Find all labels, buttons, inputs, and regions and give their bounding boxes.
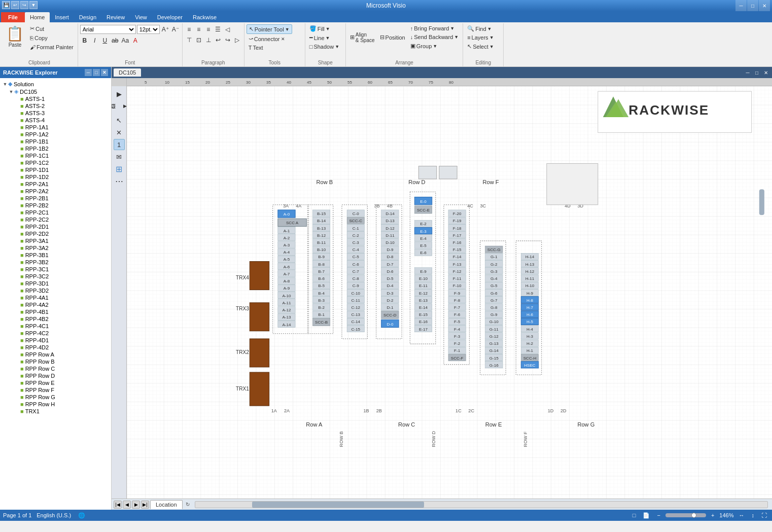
page-prev-btn[interactable]: ◀	[123, 501, 131, 509]
tab-rackwise[interactable]: Rackwise	[188, 12, 222, 22]
tree-item-rpp-1a2[interactable]: ■ RPP-1A2	[0, 131, 111, 138]
tab-insert[interactable]: Insert	[50, 12, 74, 22]
align-space-button[interactable]: ⊞ Align& Space	[348, 24, 377, 50]
canvas-minimize-btn[interactable]: ─	[744, 68, 752, 77]
send-backward-button[interactable]: ↓ Send Backward ▼	[408, 33, 461, 41]
tab-developer[interactable]: Developer	[152, 12, 188, 22]
tree-item-rpp-2d1[interactable]: ■ RPP-2D1	[0, 223, 111, 230]
tree-item-rpp-row-c[interactable]: ■ RPP Row C	[0, 365, 111, 372]
tab-review[interactable]: Review	[101, 12, 130, 22]
expand-tool-btn[interactable]: ▶	[114, 88, 125, 99]
diagram-content[interactable]: RACKWISE Row B Row D Row F Row H Row A R…	[127, 86, 772, 499]
font-color-btn[interactable]: A	[131, 36, 140, 45]
tree-item-rpp-1d1[interactable]: ■ RPP-1D1	[0, 166, 111, 173]
bold-btn[interactable]: B	[80, 36, 89, 45]
tree-item-dc105[interactable]: ▼ ◈ DC105	[0, 88, 111, 95]
page-refresh-btn[interactable]: ↻	[184, 501, 192, 509]
quick-more-btn[interactable]: ▼	[29, 1, 38, 9]
tab-design[interactable]: Design	[74, 12, 101, 22]
window-controls[interactable]: ─ □ ✕	[735, 0, 770, 11]
pointer-tool-button[interactable]: ↖ Pointer Tool ▼	[247, 24, 292, 34]
tree-item-rpp-2d2[interactable]: ■ RPP-2D2	[0, 230, 111, 237]
tree-item-solution[interactable]: ▼ ◆ Solution	[0, 80, 111, 88]
ltr-btn[interactable]: ↪	[223, 36, 232, 45]
quick-redo-btn[interactable]: ↪	[20, 1, 28, 9]
status-lang-btn[interactable]: 🌐	[76, 512, 87, 519]
tree-item-rpp-2a1[interactable]: ■ RPP-2A1	[0, 181, 111, 188]
align-left-btn[interactable]: ≡	[185, 25, 194, 34]
tree-item-rpp-4d1[interactable]: ■ RPP-4D1	[0, 337, 111, 344]
tree-item-rpp-3c2[interactable]: ■ RPP-3C2	[0, 273, 111, 280]
italic-btn[interactable]: I	[90, 36, 99, 45]
panel-restore-btn[interactable]: □	[93, 69, 100, 76]
tree-item-rpp-4a2[interactable]: ■ RPP-4A2	[0, 301, 111, 308]
shadow-button[interactable]: □ Shadow ▼	[307, 43, 341, 51]
tree-item-rpp-row-h[interactable]: ■ RPP Row H	[0, 401, 111, 408]
tree-item-rpp-2c1[interactable]: ■ RPP-2C1	[0, 209, 111, 216]
canvas-restore-btn[interactable]: □	[753, 68, 761, 77]
dotted-tool-btn[interactable]: ⋯	[114, 175, 125, 187]
cut-button[interactable]: ✂ Cut	[28, 24, 76, 33]
indent-btn[interactable]: ▷	[233, 36, 242, 45]
number1-tool-btn[interactable]: 1	[114, 139, 125, 150]
canvas-close-btn[interactable]: ✕	[762, 68, 770, 77]
tree-area[interactable]: ▼ ◆ Solution ▼ ◈ DC105 ■ ASTS-1 ■ ASTS-2…	[0, 78, 111, 510]
layers-button[interactable]: ≡ Layers ▼	[465, 33, 496, 42]
tab-file[interactable]: File	[1, 12, 25, 22]
tree-item-rpp-row-f[interactable]: ■ RPP Row F	[0, 386, 111, 394]
grid-tool-btn[interactable]: ⊞	[114, 163, 125, 174]
canvas-tab-controls[interactable]: ─ □ ✕	[744, 68, 770, 77]
bullet-list-btn[interactable]: ☰	[214, 25, 223, 34]
quick-save-btn[interactable]: 💾	[2, 1, 10, 9]
tree-item-rpp-3a1[interactable]: ■ RPP-3A1	[0, 237, 111, 244]
tree-item-rpp-4b1[interactable]: ■ RPP-4B1	[0, 308, 111, 315]
tree-item-rpp-3c1[interactable]: ■ RPP-3C1	[0, 266, 111, 273]
fit-height-btn[interactable]: ↕	[750, 512, 757, 519]
paste-button[interactable]: 📋 Paste	[3, 24, 27, 49]
close-btn[interactable]: ✕	[759, 0, 770, 11]
tree-item-rpp-row-g[interactable]: ■ RPP Row G	[0, 394, 111, 401]
copy-button[interactable]: ⎘ Copy	[28, 34, 76, 42]
pointer-tool-btn[interactable]: ↖	[114, 115, 125, 126]
tree-item-rpp-1c2[interactable]: ■ RPP-1C2	[0, 159, 111, 166]
maximize-btn[interactable]: □	[747, 0, 758, 11]
case-btn[interactable]: Aa	[121, 36, 130, 45]
font-name-select[interactable]: Arial	[80, 25, 136, 34]
font-grow-btn[interactable]: A⁺	[161, 25, 170, 34]
diagram-canvas[interactable]: 5 10 15 20 25 30 35 40 45 50 55 60 65 70	[112, 78, 772, 499]
tree-item-rpp-4b2[interactable]: ■ RPP-4B2	[0, 315, 111, 323]
strikethrough-btn[interactable]: ab	[111, 36, 120, 45]
tree-item-rpp-3b1[interactable]: ■ RPP-3B1	[0, 252, 111, 259]
tree-item-rpp-3b2[interactable]: ■ RPP-3B2	[0, 259, 111, 266]
fill-button[interactable]: 🪣 Fill ▼	[307, 24, 332, 33]
align-bottom-btn[interactable]: ⊥	[204, 36, 213, 45]
tree-item-rpp-1b2[interactable]: ■ RPP-1B2	[0, 145, 111, 152]
tree-item-asts-4[interactable]: ■ ASTS-4	[0, 117, 111, 124]
tree-item-rpp-4d2[interactable]: ■ RPP-4D2	[0, 344, 111, 351]
tree-item-rpp-3d2[interactable]: ■ RPP-3D2	[0, 287, 111, 294]
tree-item-rpp-4c2[interactable]: ■ RPP-4C2	[0, 330, 111, 337]
line-button[interactable]: ━ Line ▼	[307, 33, 332, 42]
tab-view[interactable]: View	[130, 12, 152, 22]
fit-page-btn[interactable]: □	[630, 512, 638, 519]
quick-access-toolbar[interactable]: 💾 ↩ ↪ ▼	[2, 1, 38, 9]
tree-item-rpp-1a1[interactable]: ■ RPP-1A1	[0, 124, 111, 131]
align-middle-btn[interactable]: ⊡	[194, 36, 203, 45]
tree-item-asts-2[interactable]: ■ ASTS-2	[0, 102, 111, 110]
panel-minimize-btn[interactable]: ─	[85, 69, 92, 76]
align-top-btn[interactable]: ⊤	[185, 36, 194, 45]
zoom-in-btn[interactable]: +	[709, 512, 716, 519]
panel-close-btn[interactable]: ✕	[101, 69, 108, 76]
tree-item-asts-3[interactable]: ■ ASTS-3	[0, 110, 111, 117]
decrease-indent-btn[interactable]: ◁	[223, 25, 232, 34]
page-next-btn[interactable]: ▶	[132, 501, 140, 509]
align-center-btn[interactable]: ≡	[194, 25, 203, 34]
group-button[interactable]: ▣ Group ▼	[408, 42, 461, 50]
tree-item-trx1[interactable]: ■ TRX1	[0, 408, 111, 415]
tab-home[interactable]: Home	[25, 12, 50, 22]
tree-item-rpp-1b1[interactable]: ■ RPP-1B1	[0, 138, 111, 145]
underline-btn[interactable]: U	[100, 36, 110, 45]
format-painter-button[interactable]: 🖌 Format Painter	[28, 43, 76, 51]
full-screen-btn[interactable]: ⛶	[759, 512, 769, 519]
find-button[interactable]: 🔍 Find ▼	[465, 24, 494, 33]
